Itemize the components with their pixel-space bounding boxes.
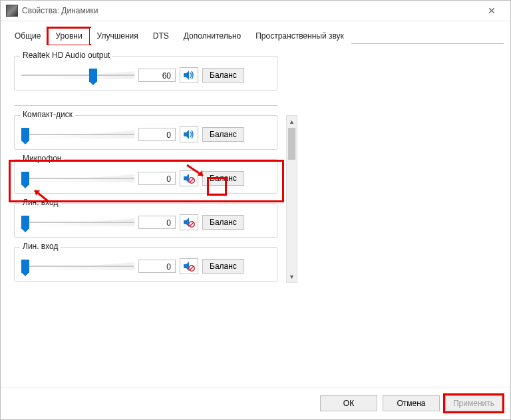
volume-value[interactable]: 0 (138, 172, 176, 185)
button-label: Баланс (210, 71, 237, 80)
group-input: Лин. вход0Баланс (14, 203, 277, 238)
button-label: Отмена (397, 399, 425, 408)
tab-general[interactable]: Общие (7, 28, 48, 44)
mute-toggle[interactable] (180, 170, 198, 186)
group-label: Микрофон (20, 154, 64, 163)
volume-slider[interactable] (21, 67, 134, 83)
properties-window: Свойства: Динамики ✕ Общие Уровни Улучше… (0, 0, 511, 420)
inputs-scroll-area: Компакт-диск0БалансМикрофон0БалансЛин. в… (10, 115, 297, 282)
balance-button[interactable]: Баланс (202, 215, 244, 230)
group-label: Компакт-диск (20, 110, 75, 119)
mute-toggle[interactable] (180, 258, 198, 274)
tab-advanced[interactable]: Дополнительно (176, 28, 248, 44)
svg-marker-8 (184, 262, 189, 271)
speaker-muted-icon (183, 173, 195, 184)
volume-value[interactable]: 0 (138, 216, 176, 229)
button-label: Баланс (210, 262, 237, 271)
svg-line-10 (190, 266, 194, 270)
mute-toggle[interactable] (180, 67, 198, 83)
mute-toggle[interactable] (180, 214, 198, 230)
scroll-down-icon[interactable]: ▼ (287, 271, 297, 282)
tab-levels[interactable]: Уровни (48, 28, 89, 44)
dialog-footer: ОК Отмена Применить (1, 387, 510, 419)
ok-button[interactable]: ОК (320, 395, 377, 411)
volume-slider[interactable] (21, 214, 134, 230)
svg-marker-1 (184, 130, 189, 139)
button-label: ОК (343, 399, 354, 408)
speaker-icon (183, 129, 195, 140)
button-label: Баланс (210, 174, 237, 183)
cancel-button[interactable]: Отмена (383, 395, 440, 411)
volume-value[interactable]: 0 (138, 260, 176, 273)
balance-button[interactable]: Баланс (202, 259, 244, 274)
group-label: Лин. вход (20, 198, 61, 207)
tab-label: DTS (153, 31, 169, 41)
group-label: Лин. вход (20, 242, 61, 251)
tab-bar: Общие Уровни Улучшения DTS Дополнительно… (1, 21, 510, 44)
close-icon[interactable]: ✕ (478, 1, 505, 21)
titlebar: Свойства: Динамики ✕ (1, 1, 510, 21)
scrollbar[interactable]: ▲ ▼ (286, 115, 297, 283)
svg-marker-2 (184, 174, 189, 183)
volume-value[interactable]: 60 (138, 69, 176, 82)
speaker-muted-icon (183, 217, 195, 228)
volume-slider[interactable] (21, 126, 134, 142)
tab-label: Общие (15, 31, 41, 41)
mute-toggle[interactable] (180, 126, 198, 142)
tab-label: Дополнительно (184, 31, 241, 41)
button-label: Применить (453, 399, 494, 408)
balance-button[interactable]: Баланс (202, 171, 244, 186)
group-input: Микрофон0Баланс (14, 159, 277, 194)
tab-enhancements[interactable]: Улучшения (90, 28, 146, 44)
group-main-output: Realtek HD Audio output 60 Баланс (14, 56, 277, 91)
svg-marker-0 (184, 71, 189, 80)
group-input: Лин. вход0Баланс (14, 247, 277, 282)
window-title: Свойства: Динамики (22, 6, 478, 15)
volume-slider[interactable] (21, 258, 134, 274)
scroll-thumb[interactable] (288, 128, 295, 160)
svg-line-4 (190, 178, 194, 182)
tab-label: Улучшения (97, 31, 138, 41)
speaker-icon (183, 70, 195, 81)
volume-slider[interactable] (21, 170, 134, 186)
app-icon (6, 5, 18, 17)
balance-button[interactable]: Баланс (202, 68, 244, 83)
group-label: Realtek HD Audio output (20, 51, 112, 60)
svg-line-7 (190, 222, 194, 226)
button-label: Баланс (210, 130, 237, 139)
tab-label: Уровни (55, 31, 82, 41)
group-input: Компакт-диск0Баланс (14, 115, 277, 150)
tab-label: Пространственный звук (256, 31, 344, 41)
balance-button[interactable]: Баланс (202, 127, 244, 142)
button-label: Баланс (210, 218, 237, 227)
tab-dts[interactable]: DTS (146, 28, 176, 44)
apply-button[interactable]: Применить (445, 395, 502, 411)
volume-value[interactable]: 0 (138, 128, 176, 141)
separator (14, 105, 277, 106)
svg-marker-5 (184, 218, 189, 227)
tab-panel-levels: Realtek HD Audio output 60 Баланс (1, 44, 510, 387)
scroll-up-icon[interactable]: ▲ (287, 116, 297, 127)
speaker-muted-icon (183, 261, 195, 272)
tab-spatial[interactable]: Пространственный звук (248, 28, 351, 44)
